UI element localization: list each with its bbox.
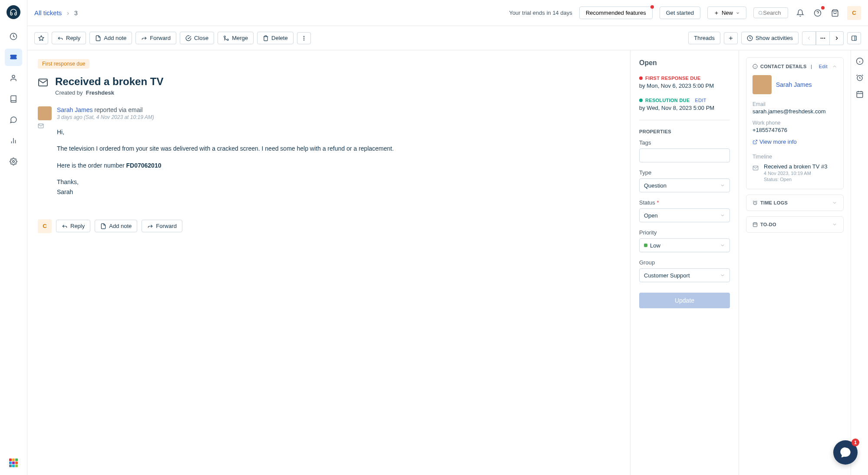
timeline-label: Timeline: [752, 154, 837, 160]
sender-avatar: [38, 106, 52, 120]
sender-link[interactable]: Sarah James: [57, 106, 92, 113]
merge-icon: [223, 35, 229, 41]
red-dot-icon: [639, 76, 643, 80]
forward-inline-button[interactable]: Forward: [142, 220, 182, 232]
more-actions-button[interactable]: [297, 32, 311, 44]
message-body: Hi, The television I ordered from your s…: [57, 127, 620, 197]
nav-forums[interactable]: [5, 111, 22, 129]
info-icon: [752, 64, 758, 69]
calendar-icon: [752, 222, 758, 227]
star-button[interactable]: [34, 32, 48, 44]
add-note-inline-button[interactable]: Add note: [95, 220, 137, 232]
chat-fab[interactable]: 1: [833, 440, 858, 465]
rail-calendar-icon[interactable]: [856, 90, 864, 98]
stopwatch-icon: [752, 200, 758, 205]
chevron-right-icon: [834, 35, 840, 41]
phone-label: Work phone: [752, 120, 837, 126]
delete-button[interactable]: Delete: [257, 32, 294, 44]
svg-point-29: [821, 37, 822, 38]
activity-icon: [747, 35, 753, 41]
search-input[interactable]: [763, 10, 783, 16]
marketplace-icon[interactable]: [830, 8, 840, 18]
forward-button[interactable]: Forward: [135, 32, 176, 44]
chat-badge: 1: [851, 439, 859, 446]
svg-point-25: [304, 39, 304, 40]
notifications-icon[interactable]: [795, 8, 805, 18]
contact-name-link[interactable]: Sarah James: [776, 81, 812, 88]
forward-icon: [141, 35, 147, 41]
new-button[interactable]: New: [707, 7, 746, 19]
rail-info-icon[interactable]: [856, 57, 864, 65]
close-button[interactable]: Close: [180, 32, 214, 44]
update-button[interactable]: Update: [639, 293, 730, 308]
message-time: 3 days ago (Sat, 4 Nov 2023 at 10:19 AM): [57, 114, 620, 120]
chevron-up-icon[interactable]: [832, 64, 837, 69]
help-icon[interactable]: [812, 8, 823, 18]
svg-point-31: [824, 37, 825, 38]
nav-dashboard[interactable]: [5, 28, 22, 45]
reply-inline-button[interactable]: Reply: [56, 220, 90, 232]
merge-button[interactable]: Merge: [218, 32, 254, 44]
type-label: Type: [639, 169, 730, 176]
app-switcher-icon[interactable]: [8, 458, 19, 468]
svg-point-5: [13, 161, 15, 163]
view-more-link[interactable]: View more info: [752, 139, 837, 145]
todo-panel[interactable]: TO-DO: [746, 216, 844, 233]
rail-stopwatch-icon[interactable]: [856, 74, 864, 82]
plus-icon: [728, 35, 734, 41]
svg-point-21: [227, 39, 229, 40]
edit-resolution-link[interactable]: Edit: [695, 98, 706, 103]
ticket-title: Received a broken TV: [55, 76, 163, 88]
prev-ticket-button[interactable]: [802, 31, 816, 45]
nav-settings[interactable]: [5, 153, 22, 170]
status-select[interactable]: Open: [639, 208, 730, 222]
contact-avatar: [752, 75, 772, 94]
nav-tickets[interactable]: [5, 49, 22, 66]
chevron-left-icon: [806, 35, 812, 41]
chevron-down-icon: [720, 213, 725, 218]
mail-icon: [38, 77, 48, 88]
expand-button[interactable]: [847, 32, 861, 44]
svg-rect-12: [9, 465, 12, 467]
external-link-icon: [752, 139, 758, 145]
svg-point-1: [12, 75, 15, 78]
search-icon: [758, 10, 763, 16]
status-badge: First response due: [38, 59, 89, 69]
recommended-features-button[interactable]: Recommended features: [579, 7, 653, 19]
breadcrumb-link[interactable]: All tickets: [34, 9, 62, 16]
time-logs-panel[interactable]: TIME LOGS: [746, 195, 844, 211]
nav-contacts[interactable]: [5, 69, 22, 87]
reply-button[interactable]: Reply: [52, 32, 86, 44]
tags-input[interactable]: [639, 148, 730, 162]
note-icon: [95, 35, 101, 41]
type-select[interactable]: Question: [639, 178, 730, 192]
mail-icon: [752, 165, 759, 172]
threads-button[interactable]: Threads: [688, 32, 720, 44]
app-logo[interactable]: [7, 5, 20, 19]
next-ticket-button[interactable]: [830, 31, 844, 45]
svg-rect-6: [9, 459, 12, 461]
add-thread-button[interactable]: [724, 32, 738, 44]
nav-analytics[interactable]: [5, 132, 22, 149]
svg-point-24: [304, 37, 304, 38]
chevron-down-icon: [832, 222, 837, 227]
more-nav-button[interactable]: [816, 31, 830, 45]
group-select[interactable]: Customer Support: [639, 268, 730, 282]
edit-contact-link[interactable]: Edit: [819, 64, 828, 69]
timeline-item-title[interactable]: Received a broken TV #3: [764, 163, 827, 170]
forward-icon: [147, 223, 153, 229]
svg-point-30: [822, 37, 823, 38]
check-circle-icon: [185, 35, 191, 41]
contact-details-title: CONTACT DETAILS | Edit: [752, 64, 828, 69]
first-response-label: FIRST RESPONSE DUE: [639, 76, 730, 81]
search-box[interactable]: [753, 7, 788, 18]
status-label: Status *: [639, 199, 730, 206]
get-started-button[interactable]: Get started: [660, 7, 700, 19]
add-note-button[interactable]: Add note: [89, 32, 132, 44]
expand-icon: [851, 35, 857, 41]
priority-select[interactable]: Low: [639, 238, 730, 252]
user-avatar[interactable]: C: [847, 6, 861, 20]
show-activities-button[interactable]: Show activities: [741, 32, 799, 44]
nav-solutions[interactable]: [5, 90, 22, 108]
email-label: Email: [752, 101, 837, 107]
